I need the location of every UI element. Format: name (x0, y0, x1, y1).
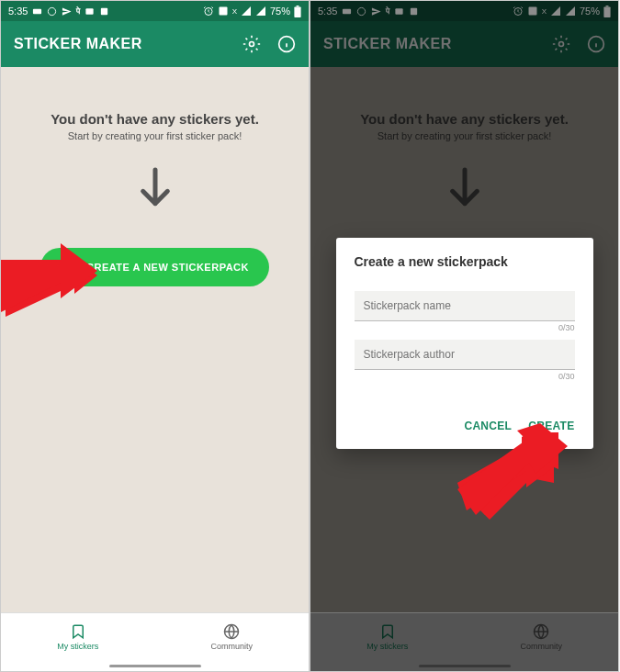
cancel-button[interactable]: CANCEL (464, 420, 512, 432)
battery-icon (294, 6, 301, 17)
dialog-title: Create a new stickerpack (355, 254, 575, 269)
status-icon: पे (76, 6, 80, 17)
stickerpack-name-field[interactable] (364, 299, 566, 312)
name-counter: 0/30 (355, 323, 575, 332)
author-counter: 0/30 (355, 372, 575, 381)
nav-label: Community (210, 642, 253, 651)
status-icon (62, 6, 72, 17)
down-arrow-icon (137, 165, 174, 211)
author-field-wrap[interactable] (355, 340, 575, 369)
nav-community[interactable]: Community (155, 613, 310, 660)
status-icon (47, 6, 57, 17)
status-icon (32, 6, 42, 17)
status-icon (99, 6, 109, 17)
svg-point-1 (49, 7, 56, 15)
nav-label: My stickers (57, 642, 98, 651)
gesture-handle (109, 665, 201, 667)
screen-empty-state: 5:35 पे X (0, 0, 310, 672)
empty-title: You don't have any stickers yet. (51, 111, 259, 127)
status-left: 5:35 पे (8, 6, 109, 17)
svg-rect-6 (294, 6, 300, 17)
gear-icon[interactable] (242, 35, 261, 53)
dialog-overlay[interactable]: Create a new stickerpack 0/30 0/30 CANCE… (310, 1, 618, 671)
info-icon[interactable] (277, 35, 296, 53)
svg-rect-2 (86, 8, 94, 14)
svg-rect-5 (219, 7, 227, 16)
alarm-icon (203, 6, 214, 17)
svg-point-8 (250, 42, 254, 47)
status-signal-x: X (232, 7, 237, 16)
create-button[interactable]: CREATE (528, 420, 574, 432)
svg-rect-0 (33, 8, 41, 14)
status-icon (85, 6, 95, 17)
plus-icon: + (61, 259, 77, 275)
app-bar-actions (242, 35, 296, 53)
empty-subtitle: Start by creating your first sticker pac… (68, 130, 242, 141)
name-field-wrap[interactable] (355, 291, 575, 320)
create-dialog: Create a new stickerpack 0/30 0/30 CANCE… (336, 238, 593, 449)
screen-dialog: 5:35 पे X (310, 0, 619, 672)
gesture-bar (1, 660, 309, 671)
create-button-label: CREATE A NEW STICKERPACK (86, 262, 249, 273)
underline (355, 320, 575, 321)
dialog-actions: CANCEL CREATE (355, 412, 575, 440)
battery-percent: 75% (270, 6, 290, 17)
app-bar: STICKER MAKER (1, 21, 309, 67)
stickerpack-author-field[interactable] (364, 348, 566, 361)
status-time: 5:35 (8, 6, 28, 17)
status-bar: 5:35 पे X (1, 1, 309, 21)
create-stickerpack-button[interactable]: + CREATE A NEW STICKERPACK (40, 248, 269, 286)
bottom-nav: My stickers Community (1, 612, 309, 660)
signal-icon (255, 6, 266, 17)
status-right: X 75% (203, 6, 301, 17)
status-icon (218, 6, 229, 17)
main-content: You don't have any stickers yet. Start b… (1, 67, 309, 612)
underline (355, 369, 575, 370)
signal-icon (241, 6, 252, 17)
svg-rect-3 (101, 7, 107, 14)
nav-my-stickers[interactable]: My stickers (1, 613, 155, 660)
svg-rect-7 (297, 6, 299, 6)
app-title: STICKER MAKER (14, 36, 142, 52)
